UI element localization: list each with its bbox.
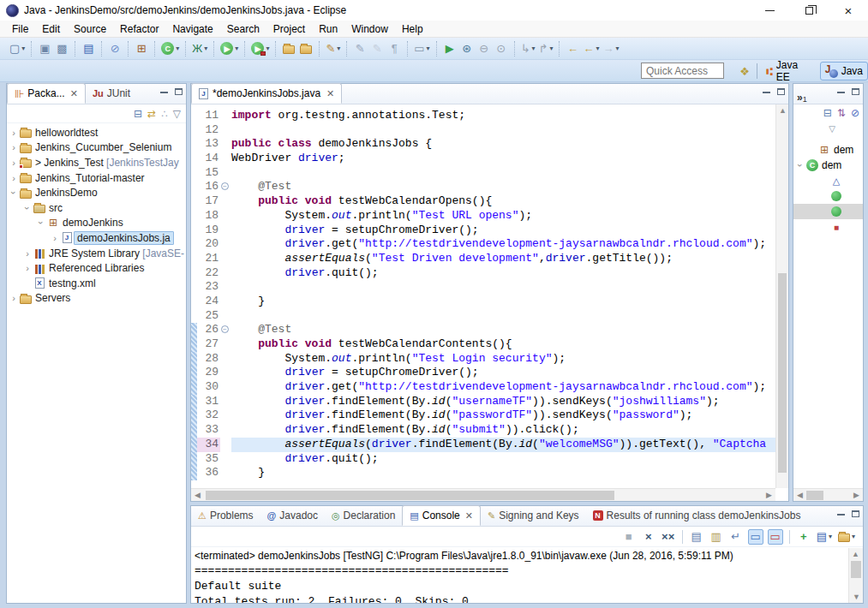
run-icon[interactable]: ▶▾: [218, 40, 240, 57]
minimize-button[interactable]: [750, 0, 789, 21]
tree-chevron-icon[interactable]: ›: [22, 263, 33, 273]
tree-item[interactable]: ›Servers: [7, 291, 186, 307]
menu-refactor[interactable]: Refactor: [113, 21, 165, 38]
scroll-lock-icon[interactable]: ▥: [709, 529, 724, 545]
code-line[interactable]: 22 driver.quit();: [191, 266, 775, 281]
tree-chevron-icon[interactable]: ›: [36, 218, 46, 228]
tree-chevron-icon[interactable]: ›: [9, 128, 19, 138]
new-wizard-icon[interactable]: ▢▾: [8, 40, 27, 57]
focus-icon[interactable]: ∴: [161, 108, 168, 120]
tab-declaration[interactable]: ◎Declaration: [325, 505, 402, 526]
collapse-all-icon[interactable]: ⊟: [134, 108, 142, 120]
code-line[interactable]: 16− @Test: [191, 180, 775, 194]
code-line[interactable]: 21 assertEquals("Test Driven development…: [191, 252, 775, 266]
outline-horizontal-scrollbar[interactable]: ◀ ▶: [793, 488, 863, 501]
fold-collapse-icon[interactable]: −: [221, 182, 229, 190]
menu-file[interactable]: File: [5, 21, 35, 38]
mark-occurrences-icon[interactable]: ✎: [351, 40, 368, 57]
tree-item[interactable]: ›JdemoJenkinsJobs.ja: [7, 230, 186, 246]
tree-chevron-icon[interactable]: ›: [9, 173, 19, 183]
code-line[interactable]: 11import org.testng.annotations.Test;: [191, 109, 775, 123]
tab-results-of-running-class-demojenkinsjobs[interactable]: NResults of running class demoJenkinsJob…: [586, 505, 808, 526]
pin-console-icon[interactable]: +: [796, 529, 811, 545]
view-menu-icon[interactable]: ▽: [829, 124, 835, 134]
code-line[interactable]: 34 assertEquals(driver.findElement(By.id…: [191, 438, 775, 452]
code-line[interactable]: 20 driver.get("http://testdrivendevelopm…: [191, 237, 775, 252]
tree-item[interactable]: Xtestng.xml: [7, 276, 186, 291]
code-editor[interactable]: 11import org.testng.annotations.Test;121…: [191, 104, 775, 488]
quick-access-input[interactable]: [641, 63, 724, 79]
tree-chevron-icon[interactable]: ›: [9, 142, 19, 152]
code-line[interactable]: 19 driver = setupChromeDriver();: [191, 224, 775, 238]
perspective-java[interactable]: J Java: [820, 62, 868, 80]
outline-item[interactable]: ■: [793, 219, 863, 235]
run-to-line-icon[interactable]: ▶: [441, 40, 458, 57]
code-line[interactable]: 24 }: [191, 295, 775, 309]
tab-javadoc[interactable]: @Javadoc: [260, 505, 325, 526]
code-line[interactable]: 35 driver.quit();: [191, 452, 775, 467]
restore-button[interactable]: [789, 0, 829, 21]
open-perspective-icon[interactable]: ❖: [736, 63, 753, 80]
code-line[interactable]: 28 System.out.println("Test Login securi…: [191, 352, 775, 367]
sort-icon[interactable]: ⇅: [837, 107, 846, 119]
minimize-view-button[interactable]: [160, 91, 168, 93]
perspective-java-ee[interactable]: ⑆ Java EE: [761, 62, 817, 80]
open-console-monitor-icon[interactable]: ▤: [80, 40, 97, 57]
editor-vertical-scrollbar[interactable]: ▲: [775, 104, 788, 488]
code-line[interactable]: 14WebDriver driver;: [191, 152, 775, 166]
close-view-icon[interactable]: ✕: [465, 510, 473, 522]
open-type-icon[interactable]: [280, 40, 297, 57]
maximize-view-button[interactable]: [852, 510, 859, 517]
menu-help[interactable]: Help: [395, 21, 430, 38]
tab-junit[interactable]: Ju JUnit: [86, 83, 137, 104]
close-view-icon[interactable]: ✕: [70, 88, 78, 99]
code-line[interactable]: 36 }: [191, 466, 775, 480]
minimize-view-button[interactable]: [837, 91, 845, 93]
forward-icon[interactable]: →▾: [601, 40, 620, 57]
tree-item[interactable]: ›Referenced Libraries: [7, 260, 186, 276]
outline-item[interactable]: [793, 204, 863, 219]
code-line[interactable]: 12: [191, 123, 775, 138]
menu-project[interactable]: Project: [266, 21, 312, 38]
tree-chevron-icon[interactable]: ›: [22, 248, 33, 259]
code-line[interactable]: 31 driver.findElement(By.id("usernameTF"…: [191, 395, 775, 409]
tree-item[interactable]: ›helloworldtest: [7, 125, 186, 140]
remove-all-terminated-icon[interactable]: ××: [661, 529, 676, 545]
coverage-icon[interactable]: ▶▾: [249, 40, 271, 57]
back-icon[interactable]: ←: [564, 40, 581, 57]
save-all-icon[interactable]: ▩: [53, 40, 70, 57]
tree-chevron-icon[interactable]: ›: [50, 233, 60, 243]
menu-window[interactable]: Window: [344, 21, 395, 38]
tree-chevron-icon[interactable]: ›: [9, 188, 19, 198]
tree-item[interactable]: ›JenkinsDemo: [7, 185, 186, 200]
outline-item[interactable]: ⊞dem: [793, 142, 863, 158]
code-line[interactable]: 29 driver = setupChromeDriver();: [191, 366, 775, 380]
open-console-icon[interactable]: ▾: [837, 529, 856, 545]
tree-chevron-icon[interactable]: ›: [9, 158, 19, 168]
collapse-all-icon[interactable]: ⊟: [823, 107, 832, 119]
open-resource-icon[interactable]: [297, 40, 314, 57]
terminate-icon[interactable]: ■: [621, 529, 637, 545]
close-editor-icon[interactable]: ✕: [326, 88, 334, 99]
console-output[interactable]: <terminated> demoJenkinsJobs [TestNG] C:…: [191, 548, 848, 603]
back-history-icon[interactable]: ←▾: [581, 40, 601, 57]
tree-chevron-icon[interactable]: ›: [22, 203, 33, 213]
code-line[interactable]: 30 driver.get("http://testdrivendevelopm…: [191, 380, 775, 395]
link-with-editor-icon[interactable]: ⇄: [147, 108, 156, 120]
code-line[interactable]: 17 public void testWebCalendarOpens(){: [191, 194, 775, 209]
code-line[interactable]: 26− @Test: [191, 323, 775, 337]
word-wrap-icon[interactable]: ↵: [728, 529, 744, 545]
step-over-icon[interactable]: ↱▾: [537, 40, 555, 57]
console-vertical-scrollbar[interactable]: ▲ ▼: [848, 548, 863, 603]
view-overflow-chevron[interactable]: » 1: [793, 87, 807, 104]
tree-item[interactable]: ›Jenkins_Cucumber_Selenium: [7, 140, 186, 156]
outline-item[interactable]: [793, 188, 863, 204]
tab-problems[interactable]: ⚠Problems: [191, 505, 260, 526]
refresh-icon[interactable]: C▾: [159, 40, 181, 57]
tree-item[interactable]: ›⊞demoJenkins: [7, 216, 186, 231]
menu-search[interactable]: Search: [220, 21, 266, 38]
code-line[interactable]: 25: [191, 309, 775, 324]
menu-source[interactable]: Source: [67, 21, 113, 38]
outline-item[interactable]: ›Cdem: [793, 158, 863, 173]
menu-edit[interactable]: Edit: [35, 21, 67, 38]
